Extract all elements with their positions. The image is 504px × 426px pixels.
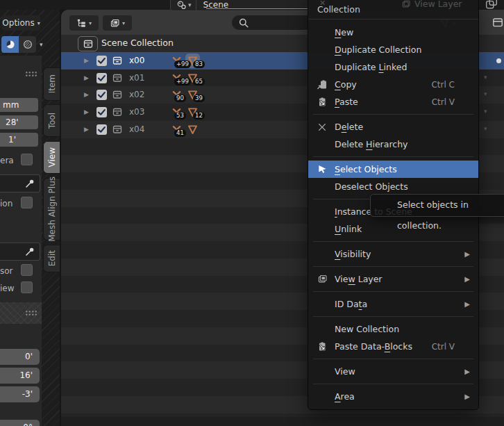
menu-item-view-layer[interactable]: View Layer▶ (308, 270, 478, 288)
menu-item-label: Copy (335, 79, 357, 90)
empties-count-badge: 53 (174, 112, 186, 120)
new-collection-button[interactable] (492, 16, 504, 28)
menu-item-label: Paste (335, 97, 358, 107)
options-dropdown[interactable]: Options ▾ (2, 15, 40, 31)
location-x-field[interactable]: 0' (0, 349, 40, 365)
menu-item-unlink[interactable]: Unlink (308, 220, 478, 238)
menu-item-label: New (335, 27, 353, 38)
collection-checkbox[interactable] (96, 124, 107, 135)
location-z-field[interactable]: -3' (0, 386, 40, 402)
outliner-mode-icon (76, 18, 87, 28)
camera-object-field[interactable] (0, 174, 40, 192)
render-region-label: ion (0, 199, 12, 208)
mesh-triangle-icon (187, 124, 199, 136)
collection-name: x04 (129, 124, 144, 134)
focal-length-field[interactable]: mm (0, 98, 38, 112)
menu-item-paste[interactable]: PasteCtrl V (308, 93, 478, 110)
panel-drag-handle[interactable] (25, 310, 37, 316)
lock-cursor-checkbox[interactable] (21, 264, 33, 276)
chevron-down-icon: ▾ (484, 90, 487, 97)
menu-separator (313, 114, 473, 115)
menu-item-view[interactable]: View▶ (308, 363, 478, 380)
tab-mesh-align-plus[interactable]: Mesh Align Plus (43, 178, 60, 240)
falloff-sphere-button-active[interactable] (1, 36, 19, 53)
rotation-field[interactable]: 0° (0, 420, 40, 426)
chevron-down-icon: ▾ (484, 74, 487, 81)
empties-count-badge: +99 (174, 60, 191, 68)
filter-image-dropdown[interactable]: ▾ (103, 15, 132, 31)
menu-item-delete[interactable]: Delete (308, 118, 478, 136)
menu-separator (313, 291, 473, 292)
menu-item-delete-hierarchy[interactable]: Delete Hierarchy (308, 136, 478, 153)
blank-icon (315, 249, 329, 260)
menu-item-copy[interactable]: CopyCtrl C (308, 76, 478, 93)
chevron-down-icon: ▾ (188, 1, 192, 8)
menu-separator (313, 359, 473, 359)
menu-item-id-data[interactable]: ID Data▶ (308, 295, 478, 313)
n-panel: mm 28' 1' era ion sor iew (0, 56, 42, 426)
blank-icon (315, 181, 329, 192)
menu-item-label: Delete Hierarchy (335, 139, 408, 149)
collection-checkbox[interactable] (96, 90, 107, 100)
collection-name: x01 (129, 73, 144, 83)
menu-item-label: Duplicate Linked (335, 62, 407, 72)
menu-item-label: ID Data (335, 299, 367, 309)
menu-separator (313, 384, 473, 384)
menu-item-select-objects[interactable]: Select Objects (308, 161, 478, 178)
collection-checkbox[interactable] (96, 73, 107, 83)
menu-item-duplicate-collection[interactable]: Duplicate Collection (308, 41, 478, 58)
falloff-sphere-button[interactable] (19, 36, 36, 53)
panel-drag-handle[interactable] (25, 71, 37, 76)
collection-name: Scene Collection (101, 38, 174, 48)
collection-checkbox[interactable] (96, 107, 107, 117)
paste-icon (315, 341, 329, 352)
panel-header[interactable] (0, 302, 42, 324)
display-mode-dropdown[interactable]: ▾ (69, 15, 99, 31)
tab-edit[interactable]: Edit (43, 245, 60, 272)
cursor-icon (315, 164, 329, 175)
location-y-field[interactable]: 16' (0, 368, 40, 384)
menu-item-area[interactable]: Area▶ (308, 388, 478, 405)
collection-icon (112, 89, 123, 100)
tab-view[interactable]: View (43, 141, 60, 174)
disclosure-triangle-icon[interactable]: ▶ (84, 74, 89, 81)
tab-tool[interactable]: Tool (43, 104, 60, 137)
tab-label: Edit (47, 250, 57, 266)
menu-item-label: Area (335, 391, 355, 402)
active-object-dot (496, 58, 501, 63)
menu-item-label: View (335, 366, 355, 377)
menu-item-new-collection[interactable]: New Collection (308, 320, 478, 338)
tab-item[interactable]: Item (43, 67, 60, 101)
render-region-checkbox[interactable] (21, 197, 33, 208)
chevron-down-icon: ▾ (484, 108, 487, 115)
new-collection-icon (492, 16, 504, 28)
menu-item-visibility[interactable]: Visibility▶ (308, 245, 478, 263)
menu-item-deselect-objects[interactable]: Deselect Objects (308, 178, 478, 195)
menu-item-paste-data-blocks[interactable]: Paste Data-BlocksCtrl V (308, 338, 478, 355)
disclosure-triangle-icon[interactable]: ▶ (84, 108, 89, 115)
lock-object-field[interactable] (0, 243, 40, 261)
filter-image-icon (110, 18, 120, 28)
duplicate-icon[interactable] (485, 0, 498, 10)
menu-item-label: Visibility (335, 249, 371, 259)
clip-start-field[interactable]: 28' (0, 115, 38, 129)
collection-icon (112, 106, 123, 117)
menu-item-duplicate-linked[interactable]: Duplicate Linked (308, 58, 478, 76)
disclosure-triangle-icon[interactable]: ▶ (84, 57, 89, 64)
camera-to-view-checkbox[interactable] (21, 281, 33, 293)
local-camera-checkbox[interactable] (21, 154, 33, 165)
collection-checkbox[interactable] (96, 56, 107, 66)
chevron-down-icon[interactable]: ▾ (40, 41, 43, 48)
disclosure-triangle-icon[interactable]: ▶ (84, 126, 89, 133)
menu-item-new[interactable]: New (308, 24, 478, 41)
disclosure-triangle-icon[interactable]: ▶ (84, 91, 89, 98)
paste-icon (315, 97, 329, 108)
clip-end-field[interactable]: 1' (0, 133, 38, 147)
blank-icon (315, 391, 329, 402)
menu-title: Collection (308, 0, 478, 19)
menu-item-shortcut: Ctrl V (432, 97, 455, 107)
scene-selector[interactable]: ▾ Scene (170, 0, 328, 11)
blank-icon (315, 299, 329, 310)
collection-icon (83, 38, 94, 49)
submenu-arrow-icon: ▶ (464, 368, 470, 375)
